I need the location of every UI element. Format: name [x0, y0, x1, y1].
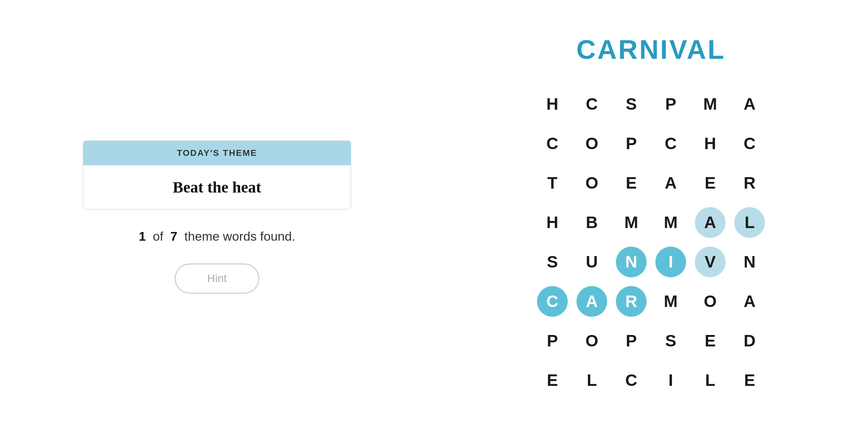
grid-cell[interactable]: R: [612, 282, 651, 321]
grid-cell[interactable]: A: [572, 282, 612, 321]
grid-cell[interactable]: H: [690, 124, 730, 163]
grid-cell[interactable]: L: [690, 361, 730, 400]
words-found-count: 1: [139, 229, 146, 243]
grid-cell[interactable]: S: [651, 321, 690, 361]
grid-cell[interactable]: P: [533, 321, 572, 361]
grid-cell[interactable]: T: [533, 163, 572, 203]
grid-cell[interactable]: L: [730, 203, 769, 242]
grid-cell[interactable]: O: [572, 163, 612, 203]
grid-cell[interactable]: E: [730, 361, 769, 400]
grid-cell[interactable]: N: [730, 242, 769, 282]
grid-cell[interactable]: E: [612, 163, 651, 203]
grid-cell[interactable]: M: [651, 282, 690, 321]
grid-cell[interactable]: C: [533, 282, 572, 321]
words-found: 1 of 7 theme words found.: [139, 229, 296, 244]
grid-cell[interactable]: E: [533, 361, 572, 400]
grid-cell[interactable]: A: [651, 163, 690, 203]
words-found-total: 7: [170, 229, 178, 243]
grid-cell[interactable]: O: [572, 124, 612, 163]
grid-cell[interactable]: C: [612, 361, 651, 400]
grid-cell[interactable]: S: [612, 84, 651, 124]
grid-cell[interactable]: R: [730, 163, 769, 203]
grid-cell[interactable]: L: [572, 361, 612, 400]
word-search-grid: HCSPMACOPCHCTOEAERHBMMALSUNIVNCARMOAPOPS…: [533, 84, 769, 400]
left-panel: TODAY'S THEME Beat the heat 1 of 7 theme…: [0, 117, 434, 317]
grid-cell[interactable]: A: [730, 84, 769, 124]
theme-box: TODAY'S THEME Beat the heat: [83, 140, 351, 210]
grid-cell[interactable]: P: [651, 84, 690, 124]
grid-cell[interactable]: C: [533, 124, 572, 163]
words-found-suffix: theme words found.: [184, 229, 295, 243]
theme-header: TODAY'S THEME: [83, 141, 351, 165]
grid-cell[interactable]: E: [690, 321, 730, 361]
grid-cell[interactable]: B: [572, 203, 612, 242]
right-panel: CARNIVAL HCSPMACOPCHCTOEAERHBMMALSUNIVNC…: [434, 10, 868, 424]
grid-cell[interactable]: M: [612, 203, 651, 242]
grid-cell[interactable]: A: [730, 282, 769, 321]
grid-cell[interactable]: C: [572, 84, 612, 124]
grid-cell[interactable]: U: [572, 242, 612, 282]
grid-cell[interactable]: O: [690, 282, 730, 321]
grid-cell[interactable]: H: [533, 84, 572, 124]
grid-cell[interactable]: M: [651, 203, 690, 242]
grid-cell[interactable]: N: [612, 242, 651, 282]
grid-cell[interactable]: A: [690, 203, 730, 242]
grid-cell[interactable]: M: [690, 84, 730, 124]
hint-button[interactable]: Hint: [175, 264, 259, 294]
theme-content: Beat the heat: [83, 165, 351, 209]
grid-cell[interactable]: I: [651, 361, 690, 400]
grid-cell[interactable]: E: [690, 163, 730, 203]
page-container: TODAY'S THEME Beat the heat 1 of 7 theme…: [0, 0, 868, 434]
grid-cell[interactable]: S: [533, 242, 572, 282]
grid-cell[interactable]: V: [690, 242, 730, 282]
grid-cell[interactable]: D: [730, 321, 769, 361]
grid-cell[interactable]: H: [533, 203, 572, 242]
grid-cell[interactable]: O: [572, 321, 612, 361]
grid-cell[interactable]: P: [612, 321, 651, 361]
grid-cell[interactable]: C: [651, 124, 690, 163]
puzzle-title: CARNIVAL: [576, 34, 726, 65]
grid-cell[interactable]: P: [612, 124, 651, 163]
grid-cell[interactable]: I: [651, 242, 690, 282]
grid-cell[interactable]: C: [730, 124, 769, 163]
